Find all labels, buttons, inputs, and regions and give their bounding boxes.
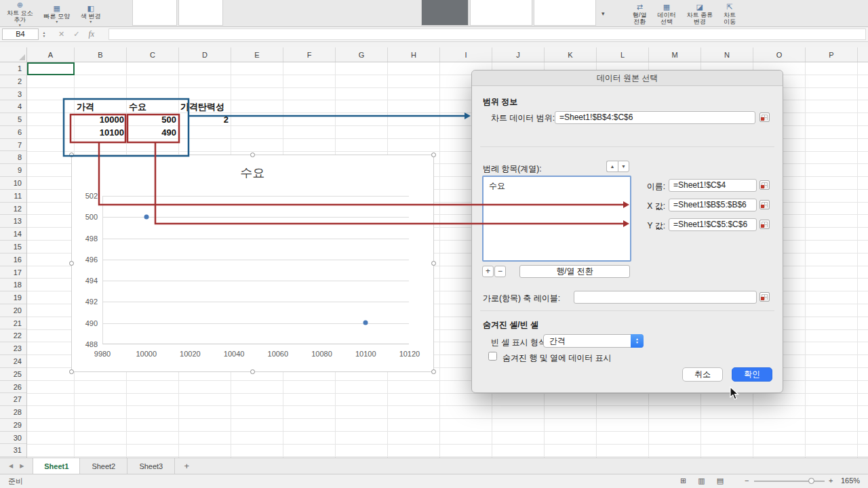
ribbon-button[interactable]: ⇱ 차트 이동 — [718, 0, 741, 27]
tab-sheet2[interactable]: Sheet2 — [80, 458, 127, 474]
range-selector-icon[interactable] — [760, 113, 770, 122]
ribbon-button[interactable]: ▦ 데이터 선택 — [652, 0, 682, 27]
chart[interactable]: 수요 502500498496494492490488 998010000100… — [71, 155, 434, 372]
row-header[interactable]: 20 — [0, 304, 26, 317]
add-series-button[interactable]: + — [482, 266, 494, 277]
row-header[interactable]: 29 — [0, 419, 26, 432]
row-header[interactable]: 21 — [0, 317, 26, 330]
row-header[interactable]: 27 — [0, 393, 26, 406]
row-header[interactable]: 14 — [0, 228, 26, 241]
gallery-more-icon[interactable]: ▾ — [601, 10, 605, 17]
column-header[interactable]: M — [649, 47, 701, 62]
column-header[interactable]: E — [231, 47, 283, 62]
row-header[interactable]: 18 — [0, 279, 26, 291]
column-header[interactable]: A — [27, 47, 75, 62]
name-box-stepper-icon[interactable]: ▲▼ — [39, 28, 49, 40]
chart-resize-handle[interactable] — [69, 152, 74, 157]
row-header[interactable]: 6 — [0, 126, 26, 139]
row-header[interactable]: 4 — [0, 100, 26, 113]
chart-resize-handle[interactable] — [250, 369, 255, 374]
row-header[interactable]: 17 — [0, 266, 26, 279]
row-header[interactable]: 24 — [0, 355, 26, 368]
insert-function-icon[interactable]: fx — [88, 29, 94, 39]
row-header[interactable]: 8 — [0, 151, 26, 164]
chart-range-field[interactable]: =Sheet1!$B$4:$C$6 — [555, 111, 755, 124]
row-header[interactable]: 15 — [0, 241, 26, 253]
add-sheet-button[interactable]: + — [175, 458, 198, 474]
row-header[interactable]: 1 — [0, 62, 26, 75]
zoom-out-icon[interactable]: − — [745, 476, 749, 485]
cell-b6[interactable]: 10100 — [75, 126, 124, 139]
cell-b5[interactable]: 10000 — [75, 113, 124, 126]
zoom-percentage[interactable]: 165% — [841, 476, 860, 485]
row-header[interactable]: 30 — [0, 432, 26, 445]
column-header[interactable]: I — [440, 47, 492, 62]
row-header[interactable]: 9 — [0, 164, 26, 177]
series-list-item[interactable]: 수요 — [484, 177, 630, 195]
column-header[interactable]: B — [75, 47, 127, 62]
y-values-field[interactable]: =Sheet1!$C$5:$C$6 — [669, 218, 757, 231]
row-header[interactable]: 28 — [0, 406, 26, 419]
row-header[interactable]: 22 — [0, 329, 26, 342]
chart-resize-handle[interactable] — [431, 152, 436, 157]
page-break-view-icon[interactable]: ▤ — [717, 476, 724, 485]
category-axis-labels-field[interactable] — [574, 291, 757, 304]
row-header[interactable]: 19 — [0, 291, 26, 304]
chart-style-thumbnail[interactable] — [534, 0, 596, 26]
column-header[interactable]: P — [806, 47, 858, 62]
column-header[interactable]: F — [283, 47, 336, 62]
zoom-in-icon[interactable]: + — [829, 476, 833, 485]
ribbon-button[interactable]: ⇄ 행/열 전환 — [627, 0, 652, 27]
scatter-point[interactable] — [144, 215, 149, 220]
normal-view-icon[interactable]: ⊞ — [680, 476, 686, 485]
column-header[interactable]: K — [545, 47, 597, 62]
remove-series-button[interactable]: − — [494, 266, 506, 277]
chart-resize-handle[interactable] — [431, 369, 436, 374]
tab-sheet1[interactable]: Sheet1 — [33, 458, 80, 474]
chart-resize-handle[interactable] — [69, 369, 74, 374]
row-header[interactable]: 25 — [0, 368, 26, 381]
cell-c6[interactable]: 490 — [127, 126, 176, 139]
column-header[interactable]: J — [492, 47, 545, 62]
column-header[interactable]: C — [127, 47, 179, 62]
range-selector-icon[interactable] — [760, 220, 770, 229]
chart-style-thumbnail[interactable] — [470, 0, 532, 26]
next-sheet-icon[interactable]: ▶ — [20, 463, 24, 469]
column-header[interactable]: L — [597, 47, 649, 62]
cell-d5[interactable]: 2 — [179, 113, 229, 126]
move-down-icon[interactable]: ▼ — [618, 161, 629, 172]
cell-c5[interactable]: 500 — [127, 113, 176, 126]
switch-row-column-button[interactable]: 행/열 전환 — [519, 265, 630, 278]
zoom-slider-knob[interactable] — [808, 478, 814, 484]
row-header[interactable]: 10 — [0, 177, 26, 190]
chart-title[interactable]: 수요 — [72, 165, 433, 181]
row-header[interactable]: 12 — [0, 203, 26, 216]
series-name-field[interactable]: =Sheet1!$C$4 — [669, 179, 757, 192]
row-header[interactable]: 16 — [0, 253, 26, 266]
formula-input[interactable] — [108, 28, 866, 40]
cell-c4[interactable]: 수요 — [129, 100, 176, 113]
chart-style-thumbnail[interactable] — [132, 0, 177, 26]
ribbon-button[interactable]: ▦ 빠른 모양 ▾ — [39, 0, 76, 27]
cell-d4[interactable]: 가격탄력성 — [180, 100, 282, 113]
column-header[interactable]: N — [701, 47, 753, 62]
chart-resize-handle[interactable] — [250, 152, 255, 157]
name-box[interactable]: B4 — [2, 28, 39, 40]
ribbon-button[interactable]: ⊕ 차트 요소 추가 ▾ — [1, 0, 39, 27]
column-header[interactable]: O — [753, 47, 806, 62]
range-selector-icon[interactable] — [760, 200, 770, 209]
row-header[interactable]: 3 — [0, 88, 26, 101]
row-header[interactable]: 26 — [0, 381, 26, 394]
row-header[interactable]: 31 — [0, 444, 26, 457]
ribbon-button[interactable]: ◪ 차트 종류 변경 — [682, 0, 719, 27]
page-layout-view-icon[interactable]: ▥ — [698, 476, 705, 485]
scatter-point[interactable] — [363, 320, 368, 325]
move-up-icon[interactable]: ▲ — [606, 161, 618, 172]
chart-style-thumbnail[interactable] — [421, 0, 469, 26]
row-header[interactable]: 2 — [0, 75, 26, 88]
chart-resize-handle[interactable] — [431, 261, 436, 266]
cancel-button[interactable]: 취소 — [682, 367, 723, 382]
select-all-corner[interactable] — [0, 47, 27, 62]
chart-style-thumbnail[interactable] — [178, 0, 223, 26]
ok-button[interactable]: 확인 — [732, 367, 772, 382]
